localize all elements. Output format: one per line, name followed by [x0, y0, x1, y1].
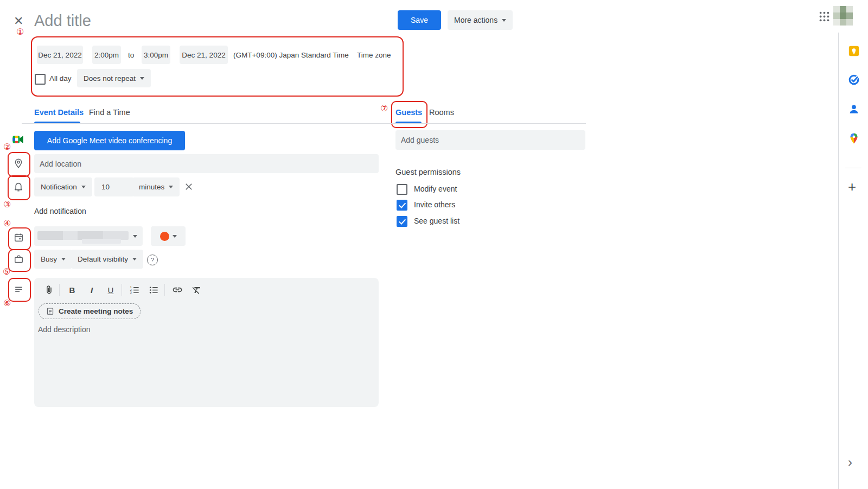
location-placeholder: Add location: [40, 160, 81, 168]
end-date-button[interactable]: Dec 21, 2022: [180, 46, 228, 64]
create-meeting-notes-button[interactable]: Create meeting notes: [39, 303, 141, 319]
location-icon: [13, 158, 24, 170]
google-keep-icon[interactable]: [847, 45, 860, 58]
chevron-down-icon: [132, 258, 137, 261]
remove-notification-icon[interactable]: [184, 182, 194, 193]
see-guest-list-checkbox[interactable]: [397, 216, 407, 227]
invite-others-label: Invite others: [414, 200, 455, 209]
description-placeholder: Add description: [38, 325, 91, 334]
chevron-down-icon: [169, 186, 173, 188]
meeting-notes-icon: [46, 307, 54, 315]
redacted-calendar-subtext: [82, 239, 121, 244]
event-color-dropdown[interactable]: [151, 226, 186, 246]
end-time-button[interactable]: 3:00pm: [142, 46, 170, 64]
location-input[interactable]: Add location: [34, 154, 379, 173]
apps-grid-icon[interactable]: [819, 11, 829, 23]
notification-unit-dropdown[interactable]: minutes: [132, 177, 180, 196]
toolbar-separator: [122, 284, 122, 296]
google-contacts-icon[interactable]: [847, 103, 860, 116]
add-addon-plus-icon[interactable]: +: [848, 180, 856, 194]
event-edit-page: ✕ Add title Save More actions ① Dec 21, …: [0, 0, 868, 489]
more-actions-button[interactable]: More actions: [448, 10, 513, 30]
invite-others-checkbox[interactable]: [397, 200, 407, 211]
annotation-3: ③: [3, 200, 11, 209]
google-meet-icon: [12, 134, 24, 147]
annotation-5: ⑤: [3, 268, 10, 276]
avatar[interactable]: [833, 6, 853, 27]
tab-find-a-time[interactable]: Find a Time: [89, 108, 130, 117]
more-actions-label: More actions: [454, 16, 497, 24]
attachment-icon[interactable]: [43, 284, 55, 296]
notification-type-dropdown[interactable]: Notification: [34, 177, 92, 196]
chevron-down-icon: [502, 19, 506, 22]
close-icon[interactable]: ✕: [14, 14, 23, 28]
numbered-list-icon[interactable]: 1 2 3: [129, 284, 141, 296]
calendar-icon: [14, 232, 24, 244]
event-title-input[interactable]: Add title: [34, 12, 91, 30]
chevron-down-icon: [61, 258, 66, 261]
bold-icon[interactable]: B: [66, 284, 78, 296]
tabs-divider: [22, 123, 586, 124]
bell-icon: [13, 181, 24, 194]
notification-value-input[interactable]: 10: [94, 177, 134, 196]
google-tasks-icon[interactable]: [847, 73, 860, 86]
sidebar-icons-divider: [845, 168, 861, 168]
create-meeting-notes-label: Create meeting notes: [59, 307, 133, 315]
all-day-label: All day: [49, 74, 72, 82]
add-notification-link[interactable]: Add notification: [34, 207, 86, 215]
guest-permissions-title: Guest permissions: [395, 168, 461, 176]
collapse-sidebar-chevron-icon[interactable]: ›: [848, 456, 852, 469]
toolbar-separator: [59, 284, 60, 296]
tab-event-details[interactable]: Event Details: [34, 108, 84, 117]
tab-guests[interactable]: Guests: [395, 108, 422, 117]
chevron-down-icon: [81, 186, 86, 188]
visibility-dropdown[interactable]: Default visibility: [71, 250, 143, 269]
insert-link-icon[interactable]: [171, 284, 183, 296]
tab-rooms[interactable]: Rooms: [429, 108, 454, 117]
busy-label: Busy: [41, 255, 57, 263]
annotation-6: ⑥: [3, 299, 11, 308]
save-button[interactable]: Save: [398, 10, 441, 30]
annotation-1: ①: [16, 28, 24, 36]
see-guest-list-label: See guest list: [414, 217, 459, 225]
add-google-meet-button[interactable]: Add Google Meet video conferencing: [34, 131, 185, 150]
calendar-select-dropdown[interactable]: [34, 226, 143, 246]
start-time-button[interactable]: 2:00pm: [92, 46, 121, 64]
modify-event-checkbox[interactable]: [397, 184, 407, 195]
chevron-down-icon: [173, 235, 177, 238]
timezone-button[interactable]: Time zone: [357, 51, 391, 59]
start-date-button[interactable]: Dec 21, 2022: [37, 46, 83, 64]
notification-type-label: Notification: [41, 183, 77, 191]
recurrence-dropdown[interactable]: Does not repeat: [77, 69, 151, 87]
toolbar-separator: [164, 284, 165, 296]
underline-icon[interactable]: U: [105, 284, 117, 296]
busy-dropdown[interactable]: Busy: [34, 250, 72, 269]
bulleted-list-icon[interactable]: [148, 284, 159, 296]
add-guests-placeholder: Add guests: [401, 136, 439, 144]
italic-icon[interactable]: I: [86, 284, 98, 296]
annotation-7: ⑦: [380, 104, 388, 113]
sidebar-divider: [838, 33, 839, 489]
annotation-2: ②: [3, 143, 11, 151]
chevron-down-icon: [140, 77, 144, 80]
svg-text:3: 3: [130, 290, 131, 294]
all-day-checkbox[interactable]: [35, 74, 46, 85]
description-editor[interactable]: [34, 278, 379, 407]
description-lines-icon: [14, 284, 24, 296]
modify-event-label: Modify event: [414, 185, 457, 193]
visibility-label: Default visibility: [78, 255, 128, 263]
event-color-dot: [160, 232, 169, 241]
timezone-info: (GMT+09:00) Japan Standard Time: [233, 51, 349, 59]
recurrence-label: Does not repeat: [84, 74, 136, 82]
clear-formatting-icon[interactable]: [190, 284, 202, 296]
notification-unit-label: minutes: [139, 183, 164, 191]
google-maps-icon[interactable]: [847, 132, 860, 145]
briefcase-icon: [14, 254, 24, 266]
to-label: to: [128, 51, 134, 59]
annotation-4: ④: [3, 219, 11, 228]
add-guests-input[interactable]: Add guests: [395, 130, 585, 150]
chevron-down-icon: [133, 235, 137, 238]
help-icon[interactable]: ?: [147, 255, 158, 265]
